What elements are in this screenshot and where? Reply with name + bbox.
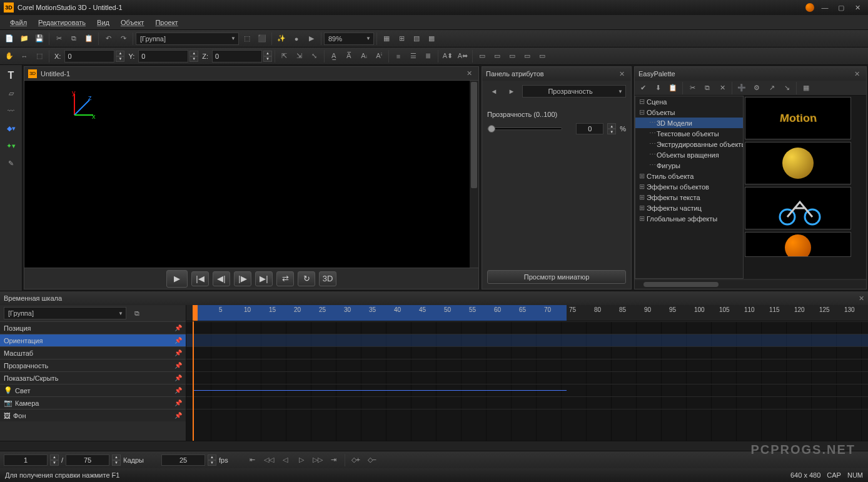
maximize-button[interactable]: ▢: [834, 3, 848, 13]
copy-icon[interactable]: ⧉: [67, 32, 81, 46]
close-button[interactable]: ✕: [850, 3, 864, 13]
ep-import-icon[interactable]: ↘: [780, 81, 794, 95]
viewport-tab[interactable]: 3D Untitled-1 ✕: [24, 66, 479, 80]
key-prev-icon[interactable]: ⇤: [246, 453, 260, 467]
ep-check-icon[interactable]: ✔: [636, 81, 650, 95]
opacity-up[interactable]: ▲: [607, 123, 616, 129]
box2-icon[interactable]: ▭: [490, 49, 504, 63]
y-down[interactable]: ▼: [189, 56, 198, 62]
new-icon[interactable]: 📄: [3, 32, 16, 46]
align3-icon[interactable]: ⤡: [308, 49, 321, 63]
tree-item[interactable]: ⋯3D Модели: [635, 118, 743, 128]
play-preview-icon[interactable]: ▶: [305, 32, 318, 46]
tree-item[interactable]: ⋯Экструдированные объекть: [635, 139, 743, 149]
ep-cut-icon[interactable]: ✂: [685, 81, 699, 95]
sphere-icon[interactable]: ●: [290, 32, 303, 46]
key-first-icon[interactable]: ◁◁: [262, 453, 276, 467]
thumb-item[interactable]: [745, 142, 851, 184]
edit-tool-icon[interactable]: ✎: [3, 155, 20, 171]
loop-button[interactable]: ⇄: [276, 271, 294, 286]
shape-tool-icon[interactable]: ▱: [3, 85, 20, 101]
ep-copy-icon[interactable]: ⧉: [700, 81, 714, 95]
text-b1-icon[interactable]: A⬍: [441, 49, 455, 63]
menu-file[interactable]: Файл: [5, 18, 32, 28]
key-next-icon[interactable]: ⇥: [327, 453, 341, 467]
attr-next-icon[interactable]: ►: [505, 84, 518, 98]
opacity-down[interactable]: ▼: [607, 129, 616, 134]
viewport-scrollbar[interactable]: [470, 81, 478, 268]
tool-b-icon[interactable]: ⬛: [255, 32, 269, 46]
group-dropdown[interactable]: [Группа]▼: [136, 33, 239, 45]
timeline-track[interactable]: 📷Камера📌: [0, 396, 186, 409]
last-frame-button[interactable]: ▶|: [255, 271, 273, 286]
tree-item[interactable]: ⋯Объекты вращения: [635, 149, 743, 160]
box5-icon[interactable]: ▭: [535, 49, 549, 63]
easypalette-scrollbar[interactable]: [635, 280, 866, 289]
grid3-icon[interactable]: ▧: [410, 32, 423, 46]
tree-item[interactable]: ⊞Эффекты текста: [635, 192, 743, 203]
box1-icon[interactable]: ▭: [475, 49, 489, 63]
timeline-track[interactable]: Показать/Скрыть📌: [0, 371, 186, 384]
x-down[interactable]: ▼: [116, 56, 124, 62]
timeline-area[interactable]: [186, 321, 868, 441]
key-fwd-icon[interactable]: ▷: [295, 453, 308, 467]
tree-item[interactable]: ⊞Глобальные эффекты: [635, 213, 743, 224]
refresh-button[interactable]: ↻: [298, 271, 315, 286]
box4-icon[interactable]: ▭: [520, 49, 534, 63]
timeline-track[interactable]: Масштаб📌: [0, 346, 186, 359]
particle-tool-icon[interactable]: ✦▾: [3, 138, 20, 154]
box3-icon[interactable]: ▭: [505, 49, 519, 63]
key-back-icon[interactable]: ◁: [278, 453, 292, 467]
move-icon[interactable]: ↔: [18, 49, 31, 63]
timeline-track[interactable]: 🖼Фон📌: [0, 409, 186, 421]
text-a4-icon[interactable]: Aⁱ: [372, 49, 386, 63]
thumb-item[interactable]: [745, 187, 851, 229]
x-up[interactable]: ▲: [116, 51, 124, 56]
tree-item[interactable]: ⊞Стиль объекта: [635, 171, 743, 181]
redo-icon[interactable]: ↷: [116, 32, 130, 46]
tree-item[interactable]: ⊞Эффекты объектов: [635, 181, 743, 192]
y-up[interactable]: ▲: [189, 51, 198, 56]
ep-paste-icon[interactable]: 📋: [666, 81, 680, 95]
attr-prev-icon[interactable]: ◄: [487, 84, 501, 98]
save-icon[interactable]: 💾: [33, 32, 46, 46]
timeline-track[interactable]: Позиция📌: [0, 321, 186, 334]
grid2-icon[interactable]: ⊞: [395, 32, 408, 46]
timeline-copy-icon[interactable]: ⧉: [130, 306, 144, 320]
align2-icon[interactable]: ⇲: [293, 49, 306, 63]
frame-current-input[interactable]: [4, 454, 48, 466]
tree-item[interactable]: ⊞Эффекты частиц: [635, 203, 743, 213]
key-del-icon[interactable]: ◇−: [365, 453, 379, 467]
hand-icon[interactable]: ✋: [3, 49, 16, 63]
frame-total-input[interactable]: [66, 454, 109, 466]
z-input[interactable]: [212, 50, 262, 63]
timeline-track[interactable]: Прозрачность📌: [0, 359, 186, 371]
opacity-slider[interactable]: [487, 128, 562, 130]
timeline-track[interactable]: 💡Свет📌: [0, 384, 186, 396]
ep-grid-icon[interactable]: ▦: [799, 81, 813, 95]
ep-del-icon[interactable]: ✕: [715, 81, 729, 95]
easypalette-close-icon[interactable]: ✕: [852, 70, 862, 78]
tree-item[interactable]: ⋯Фигуры: [635, 160, 743, 171]
thumb-item[interactable]: [745, 232, 851, 257]
attribute-panel-close-icon[interactable]: ✕: [617, 70, 627, 78]
undo-icon[interactable]: ↶: [101, 32, 115, 46]
viewport-3d[interactable]: y z x: [24, 80, 479, 268]
tree-item[interactable]: ⊟Сцена: [635, 96, 743, 107]
timeline-h-scrollbar[interactable]: [0, 441, 868, 451]
mode-3d-button[interactable]: 3D: [319, 271, 336, 286]
menu-view[interactable]: Вид: [92, 18, 114, 28]
ep-down-icon[interactable]: ⬇: [651, 81, 665, 95]
z-up[interactable]: ▲: [263, 51, 272, 56]
tree-item[interactable]: ⋯Текстовые объекты: [635, 128, 743, 139]
play-button[interactable]: ▶: [166, 270, 188, 288]
next-frame-button[interactable]: |▶: [234, 271, 251, 286]
menu-project[interactable]: Проект: [150, 18, 183, 28]
tool-a-icon[interactable]: ⬚: [240, 32, 254, 46]
halign-c-icon[interactable]: ☰: [406, 49, 420, 63]
halign-l-icon[interactable]: ≡: [391, 49, 405, 63]
curve-tool-icon[interactable]: 〰: [3, 103, 20, 119]
tree-item[interactable]: ⊟Объекты: [635, 107, 743, 118]
menu-object[interactable]: Объект: [116, 18, 149, 28]
ep-add-icon[interactable]: ➕: [735, 81, 749, 95]
